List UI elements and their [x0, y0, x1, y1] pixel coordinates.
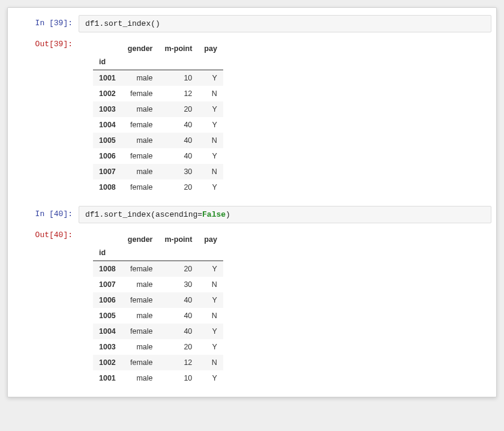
- row-index: 1001: [93, 70, 122, 86]
- row-index: 1008: [93, 179, 122, 195]
- code-keyword: False: [202, 210, 226, 219]
- cell: 40: [159, 308, 199, 324]
- output-cell: Out[39]: gender m-point pay id 1001male1…: [13, 36, 491, 195]
- cell: 40: [159, 148, 199, 164]
- table-row: 1003male20Y: [93, 101, 223, 117]
- cell: Y: [198, 261, 223, 277]
- out-prompt: Out[40]:: [13, 227, 79, 240]
- cell: male: [122, 308, 159, 324]
- table-row: 1003male20Y: [93, 339, 223, 355]
- cell: Y: [198, 324, 223, 339]
- cell: Y: [198, 292, 223, 308]
- cell: male: [122, 101, 159, 117]
- row-index: 1007: [93, 164, 122, 179]
- cell: 40: [159, 133, 199, 148]
- code-text: df1.sort_index(): [85, 19, 160, 28]
- table-row: 1005male40N: [93, 133, 223, 148]
- cell: 12: [159, 355, 199, 370]
- cell: male: [122, 339, 159, 355]
- col-header: m-point: [159, 41, 199, 56]
- cell: 40: [159, 324, 199, 339]
- row-index: 1002: [93, 355, 122, 370]
- index-name: id: [93, 247, 122, 261]
- cell: 40: [159, 292, 199, 308]
- cell: N: [198, 133, 223, 148]
- index-name-row: id: [93, 247, 223, 261]
- index-name: id: [93, 56, 122, 70]
- cell: 20: [159, 101, 199, 117]
- output-area: gender m-point pay id 1008female20Y1007m…: [79, 227, 491, 386]
- cell: Y: [198, 148, 223, 164]
- table-row: 1001male10Y: [93, 70, 223, 86]
- col-header: pay: [198, 232, 223, 247]
- cell: 10: [159, 70, 199, 86]
- dataframe-table: gender m-point pay id 1008female20Y1007m…: [93, 232, 223, 386]
- cell: female: [122, 179, 159, 195]
- cell: male: [122, 164, 159, 179]
- cell: female: [122, 292, 159, 308]
- col-header: pay: [198, 41, 223, 56]
- cell: 40: [159, 117, 199, 133]
- code-input[interactable]: df1.sort_index(): [79, 15, 491, 32]
- row-index: 1008: [93, 261, 122, 277]
- row-index: 1006: [93, 148, 122, 164]
- input-cell: In [40]: df1.sort_index(ascending=False): [13, 206, 491, 223]
- row-index: 1004: [93, 324, 122, 339]
- cell: N: [198, 308, 223, 324]
- table-row: 1006female40Y: [93, 148, 223, 164]
- table-row: 1005male40N: [93, 308, 223, 324]
- cell: Y: [198, 179, 223, 195]
- cell: N: [198, 164, 223, 179]
- cell: 20: [159, 179, 199, 195]
- row-index: 1004: [93, 117, 122, 133]
- cell: Y: [198, 117, 223, 133]
- cell: female: [122, 148, 159, 164]
- cell: male: [122, 133, 159, 148]
- cell: male: [122, 277, 159, 292]
- cell: 20: [159, 339, 199, 355]
- code-text: ): [226, 210, 230, 219]
- cell: female: [122, 324, 159, 339]
- table-row: 1008female20Y: [93, 179, 223, 195]
- cell: female: [122, 117, 159, 133]
- table-row: 1002female12N: [93, 355, 223, 370]
- table-row: 1002female12N: [93, 86, 223, 101]
- cell: N: [198, 86, 223, 101]
- table-row: 1008female20Y: [93, 261, 223, 277]
- table-header-row: gender m-point pay: [93, 41, 223, 56]
- index-name-row: id: [93, 56, 223, 70]
- col-header: gender: [122, 232, 159, 247]
- row-index: 1003: [93, 339, 122, 355]
- dataframe-table: gender m-point pay id 1001male10Y1002fem…: [93, 41, 223, 195]
- cell: male: [122, 70, 159, 86]
- cell: female: [122, 86, 159, 101]
- table-row: 1001male10Y: [93, 370, 223, 386]
- table-row: 1007male30N: [93, 164, 223, 179]
- cell: Y: [198, 101, 223, 117]
- col-header: gender: [122, 41, 159, 56]
- table-body: 1001male10Y1002female12N1003male20Y1004f…: [93, 70, 223, 196]
- cell: 10: [159, 370, 199, 386]
- table-row: 1004female40Y: [93, 117, 223, 133]
- cell: male: [122, 370, 159, 386]
- cell: 30: [159, 164, 199, 179]
- table-row: 1007male30N: [93, 277, 223, 292]
- row-index: 1003: [93, 101, 122, 117]
- table-body: 1008female20Y1007male30N1006female40Y100…: [93, 261, 223, 387]
- output-cell: Out[40]: gender m-point pay id 1008femal…: [13, 227, 491, 386]
- table-header-row: gender m-point pay: [93, 232, 223, 247]
- cell: Y: [198, 70, 223, 86]
- out-prompt: Out[39]:: [13, 36, 79, 49]
- input-cell: In [39]: df1.sort_index(): [13, 15, 491, 32]
- cell: female: [122, 355, 159, 370]
- cell: female: [122, 261, 159, 277]
- cell: N: [198, 355, 223, 370]
- cell: N: [198, 277, 223, 292]
- cell: Y: [198, 339, 223, 355]
- row-index: 1005: [93, 308, 122, 324]
- cell: 20: [159, 261, 199, 277]
- row-index: 1001: [93, 370, 122, 386]
- in-prompt: In [40]:: [13, 206, 79, 219]
- code-input[interactable]: df1.sort_index(ascending=False): [79, 206, 491, 223]
- row-index: 1006: [93, 292, 122, 308]
